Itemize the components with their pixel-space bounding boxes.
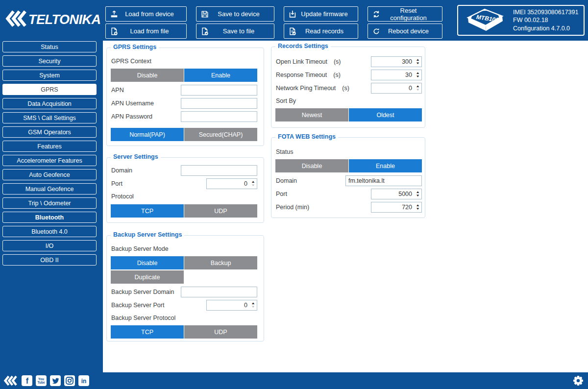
device-firmware: FW 00.02.18 [513,16,578,24]
spinner-up-icon[interactable]: ▲ [416,72,420,74]
auth-secured-chap-button[interactable]: Secured(CHAP) [184,128,257,141]
response-timeout-unit: (s) [333,72,341,78]
sidebar-item-bluetooth-40[interactable]: Bluetooth 4.0 [2,226,97,237]
reboot-device-button[interactable]: Reboot device [368,24,442,39]
fota-period-spinner[interactable]: 720 ▲ ▼ [371,202,422,213]
server-protocol-toggle: TCP UDP [111,204,257,218]
sidebar-item-status[interactable]: Status [2,41,97,52]
update-firmware-button[interactable]: Update firmware [284,6,358,22]
brand-text: TELTONIKA [28,12,101,27]
fota-status-label: Status [275,146,422,158]
spinner-down-icon[interactable]: ▼ [416,75,420,77]
backup-mode-toggle-row2: Duplicate [111,270,257,284]
gprs-context-label: GPRS Context [111,55,257,68]
backup-mode-duplicate-button[interactable]: Duplicate [111,270,184,284]
sort-by-toggle: Newest Oldest [275,108,422,122]
server-protocol-tcp-button[interactable]: TCP [111,204,184,218]
apn-label: APN [111,87,124,94]
sidebar-item-obd-ii[interactable]: OBD II [2,254,97,266]
settings-gear-icon[interactable] [572,375,584,387]
reset-configuration-icon [372,10,383,19]
sidebar-item-security[interactable]: Security [2,55,97,67]
spinner-down-icon[interactable]: ▼ [416,207,420,210]
load-from-device-icon [110,10,121,19]
sidebar-item-sms-call-settings[interactable]: SMS \ Call Settings [2,112,97,123]
facebook-icon[interactable]: f [22,375,32,386]
read-records-button[interactable]: Read records [284,24,358,39]
sidebar-item-manual-geofence[interactable]: Manual Geofence [2,183,97,194]
sidebar-item-gsm-operators[interactable]: GSM Operators [2,126,97,138]
server-domain-label: Domain [111,167,132,174]
apn-username-input[interactable] [181,98,257,109]
spinner-up-icon[interactable]: ▲ [416,58,420,61]
fota-web-settings-title: FOTA WEB Settings [275,133,338,140]
spinner-up-icon[interactable]: ▲ [416,204,420,206]
save-to-device-button[interactable]: Save to device [196,6,274,22]
network-ping-timeout-spinner[interactable]: 0 ▲ ▼ [371,83,422,94]
sidebar-item-gprs[interactable]: GPRS [2,84,97,95]
gprs-context-enable-button[interactable]: Enable [184,69,257,82]
fota-domain-input[interactable] [345,175,422,186]
backup-mode-disable-button[interactable]: Disable [111,256,184,269]
backup-protocol-tcp-button[interactable]: TCP [111,325,184,339]
sidebar-item-accelerometer-features[interactable]: Accelerometer Features [2,155,97,166]
spinner-down-icon[interactable]: ▼ [251,305,255,308]
spinner-down-icon[interactable]: ▼ [251,184,255,186]
fota-status-enable-button[interactable]: Enable [349,159,422,172]
teltonika-logo-icon[interactable] [3,375,18,386]
fota-status-disable-button[interactable]: Disable [275,159,348,172]
response-timeout-spinner[interactable]: 30 ▲ ▼ [371,70,422,80]
gprs-settings-title: GPRS Settings [111,44,159,50]
server-protocol-udp-button[interactable]: UDP [184,204,257,218]
fota-status-toggle: Disable Enable [275,159,422,172]
instagram-icon[interactable] [64,375,75,386]
sidebar-item-features[interactable]: Features [2,141,97,152]
spinner-up-icon[interactable]: ▲ [416,85,420,87]
sidebar-item-system[interactable]: System [2,70,97,81]
backup-server-settings-panel: Backup Server Settings Backup Server Mod… [106,235,264,341]
update-firmware-icon [288,10,299,19]
linkedin-icon[interactable]: in [78,375,89,386]
sidebar-item-bluetooth[interactable]: Bluetooth [2,212,97,223]
fota-web-settings-panel: FOTA WEB Settings Status Disable Enable … [271,137,425,218]
save-to-file-button[interactable]: Save to file [196,24,274,39]
load-from-file-icon [110,27,121,36]
apn-input[interactable] [181,85,257,96]
device-image: MTB100 [462,6,508,35]
gprs-auth-toggle: Normal(PAP) Secured(CHAP) [111,128,257,141]
apn-username-label: APN Username [111,100,154,107]
gprs-context-disable-button[interactable]: Disable [111,69,184,82]
sidebar-item-data-acquisition[interactable]: Data Acquisition [2,98,97,109]
server-protocol-label: Protocol [111,190,257,203]
sidebar-item-trip-odometer[interactable]: Trip \ Odometer [2,197,97,209]
spinner-down-icon[interactable]: ▼ [416,88,420,91]
spinner-up-icon[interactable]: ▲ [416,191,420,193]
spinner-down-icon[interactable]: ▼ [416,62,420,64]
backup-mode-backup-button[interactable]: Backup [184,256,257,269]
fota-port-spinner[interactable]: 5000 ▲ ▼ [371,189,422,199]
save-to-file-icon [200,27,211,36]
load-from-file-button[interactable]: Load from file [105,24,187,39]
server-domain-input[interactable] [181,165,257,176]
server-port-spinner[interactable]: 0 ▲ ▼ [206,178,257,189]
auth-normal-pap-button[interactable]: Normal(PAP) [111,128,184,141]
spinner-up-icon[interactable]: ▲ [251,180,255,183]
sort-by-oldest-button[interactable]: Oldest [349,108,422,122]
twitter-icon[interactable] [50,375,61,386]
backup-server-port-spinner[interactable]: 0 ▲ ▼ [206,300,257,311]
backup-server-domain-input[interactable] [181,287,257,297]
backup-protocol-udp-button[interactable]: UDP [184,325,257,339]
fota-domain-label: Domain [275,177,297,184]
backup-protocol-toggle: TCP UDP [111,325,257,339]
sidebar-item-io[interactable]: I/O [2,240,97,251]
svg-text:in: in [81,378,87,385]
open-link-timeout-spinner[interactable]: 300 ▲ ▼ [371,56,422,67]
sidebar-item-auto-geofence[interactable]: Auto Geofence [2,169,97,180]
reset-configuration-button[interactable]: Reset configuration [368,6,442,22]
apn-password-input[interactable] [181,111,257,122]
spinner-up-icon[interactable]: ▲ [251,302,255,304]
spinner-down-icon[interactable]: ▼ [416,194,420,196]
load-from-device-button[interactable]: Load from device [105,6,187,22]
sort-by-newest-button[interactable]: Newest [275,108,348,122]
youtube-icon[interactable]: YouTube [36,375,47,386]
